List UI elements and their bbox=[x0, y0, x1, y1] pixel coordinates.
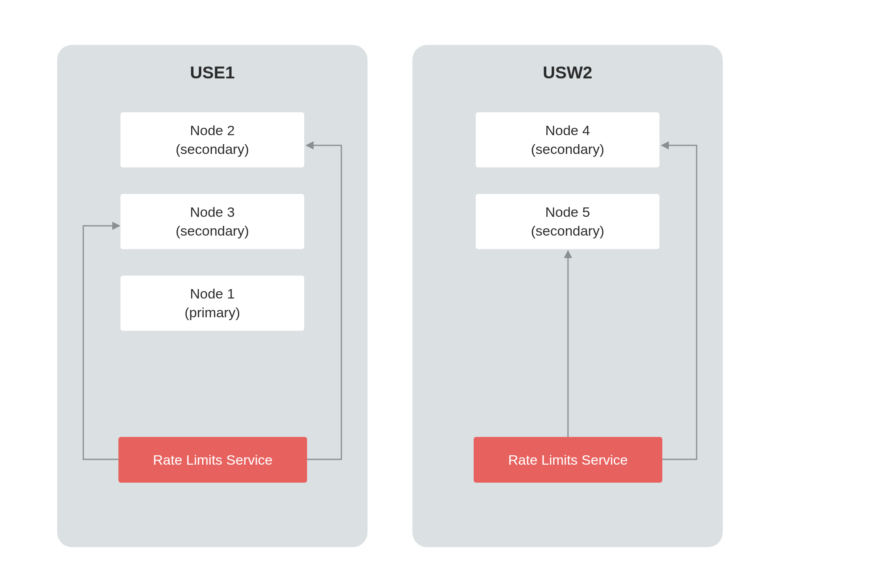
node-role: (secondary) bbox=[531, 222, 604, 241]
node-name: Node 5 bbox=[545, 203, 590, 222]
node-role: (secondary) bbox=[176, 140, 249, 159]
node-name: Node 1 bbox=[190, 285, 235, 303]
node-box: Node 1 (primary) bbox=[120, 276, 304, 331]
arrow-right-path bbox=[662, 145, 697, 459]
arrow-right-head bbox=[305, 141, 314, 149]
node-name: Node 3 bbox=[190, 203, 235, 222]
node-box: Node 5 (secondary) bbox=[476, 194, 659, 249]
node-box: Node 3 (secondary) bbox=[120, 194, 304, 249]
node-name: Node 2 bbox=[190, 121, 235, 140]
arrow-right-head bbox=[661, 141, 669, 149]
rate-limits-service: Rate Limits Service bbox=[474, 437, 662, 483]
arrow-left-path bbox=[83, 226, 118, 459]
region-usw2: USW2 Node 4 (secondary) Node 5 (secondar… bbox=[412, 45, 723, 547]
arrow-center-head bbox=[564, 250, 572, 258]
node-name: Node 4 bbox=[545, 121, 590, 140]
node-role: (secondary) bbox=[176, 222, 249, 241]
node-role: (primary) bbox=[185, 303, 240, 322]
node-box: Node 4 (secondary) bbox=[476, 112, 659, 167]
service-label: Rate Limits Service bbox=[153, 452, 273, 468]
region-use1: USE1 Node 2 (secondary) Node 3 (secondar… bbox=[57, 45, 368, 547]
diagram-stage: USE1 Node 2 (secondary) Node 3 (secondar… bbox=[0, 0, 882, 588]
service-label: Rate Limits Service bbox=[508, 452, 628, 468]
arrow-right-path bbox=[307, 145, 341, 459]
region-title: USE1 bbox=[57, 63, 368, 82]
arrow-left-head bbox=[112, 222, 120, 230]
region-title: USW2 bbox=[412, 63, 723, 82]
rate-limits-service: Rate Limits Service bbox=[118, 437, 307, 483]
node-role: (secondary) bbox=[531, 140, 604, 159]
node-box: Node 2 (secondary) bbox=[120, 112, 304, 167]
